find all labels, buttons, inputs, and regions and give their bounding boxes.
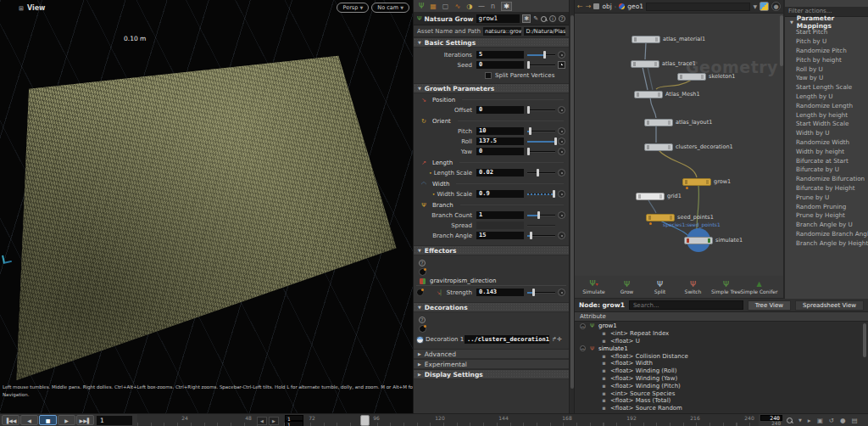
mapping-item[interactable]: Bifurcate at Start xyxy=(785,156,868,165)
graph-node[interactable]: seed_points1 xyxy=(646,213,714,221)
mapping-item[interactable]: Yaw by U xyxy=(785,73,868,82)
spreadsheet-view-button[interactable]: Spreadsheet View xyxy=(795,300,864,311)
iterations-input[interactable]: 5 xyxy=(476,51,524,59)
breadcrumb-root[interactable]: obj xyxy=(602,3,611,10)
section-experimental[interactable]: ▶Experimental xyxy=(414,359,569,369)
audio-icon[interactable]: ▤ xyxy=(852,416,858,425)
shelf-tool-button[interactable]: Simulate xyxy=(578,279,609,294)
timeline-ruler[interactable]: 24 48 72 96 120 144 168 192 216 240 xyxy=(137,414,759,426)
roll-dial[interactable] xyxy=(558,137,565,145)
node-name-input[interactable]: grow1 xyxy=(476,14,520,23)
add-effector-icon[interactable] xyxy=(419,268,426,276)
attribute-row[interactable]: simulate1 xyxy=(575,345,868,352)
seed-slider[interactable] xyxy=(527,61,555,69)
realtime-icon[interactable]: ● xyxy=(840,416,846,425)
play-button[interactable]: ▶ xyxy=(58,415,75,425)
parameter-mappings-header[interactable]: ▼ Parameter Mappings xyxy=(785,17,868,28)
help-icon[interactable]: ? xyxy=(419,260,426,266)
snapshot-icon[interactable] xyxy=(760,2,769,11)
zoom-timeline-icon[interactable] xyxy=(787,418,793,423)
strength-dial[interactable] xyxy=(558,289,565,296)
yaw-dial[interactable] xyxy=(558,148,565,155)
asset-path-dropdown[interactable]: D:/Natura/Plas...⇕ xyxy=(524,27,565,36)
step-icon[interactable]: ▸ xyxy=(808,416,811,425)
play-reverse-button[interactable]: ◀ xyxy=(20,415,38,425)
node-body[interactable] xyxy=(682,178,711,186)
attribute-row[interactable]: <int> Source Species xyxy=(575,390,868,397)
mapping-item[interactable]: Randomize Branch Angle xyxy=(785,229,868,238)
shelf-tool-button[interactable]: Simple Tree xyxy=(710,280,742,294)
chevron-down-icon[interactable]: ▼ xyxy=(798,416,802,425)
mapping-item[interactable]: Randomize Width xyxy=(785,137,868,147)
mapping-item[interactable]: Bifurcate by U xyxy=(785,165,868,174)
branch-angle-dial[interactable] xyxy=(558,232,565,239)
add-decoration-icon[interactable] xyxy=(419,325,426,333)
length-scale-slider[interactable] xyxy=(527,169,555,177)
width-scale-input[interactable]: 0.9 xyxy=(476,190,524,198)
mapping-item[interactable]: Pitch by U xyxy=(785,36,868,46)
graph-node[interactable]: atlas_material1 xyxy=(632,35,705,43)
iterations-dial[interactable] xyxy=(558,51,565,59)
strength-slider[interactable] xyxy=(527,289,555,296)
range-start-sub-input[interactable]: 1 xyxy=(285,421,303,426)
node-body[interactable] xyxy=(646,214,675,221)
mapping-item[interactable]: Random Pruning xyxy=(785,202,868,211)
section-decorations[interactable]: ▼Decorations xyxy=(414,302,569,312)
mapping-item[interactable]: Start Width Scale xyxy=(785,119,868,128)
branch-count-input[interactable]: 1 xyxy=(476,211,524,219)
section-advanced[interactable]: ▶Advanced xyxy=(414,349,569,359)
offset-input[interactable]: 0 xyxy=(476,106,524,114)
section-basic-settings[interactable]: ▼Basic Settings xyxy=(414,37,569,48)
gear-tab-icon[interactable]: ✱ xyxy=(501,2,512,11)
branch-count-dial[interactable] xyxy=(558,211,565,219)
mapping-item[interactable]: Prune by U xyxy=(785,193,868,202)
node-chooser-icon[interactable]: ✛ xyxy=(557,336,562,343)
iterations-slider[interactable] xyxy=(527,51,555,59)
attribute-row[interactable]: <float> Collision Distance xyxy=(575,352,868,360)
mapping-item[interactable]: Length by height xyxy=(785,110,868,120)
attribute-row[interactable]: <float> Winding (Roll) xyxy=(575,367,868,375)
section-effectors[interactable]: ▼Effectors xyxy=(414,245,569,255)
help-icon[interactable]: ? xyxy=(419,317,426,323)
offset-dial[interactable] xyxy=(558,106,565,114)
mapping-item[interactable]: Branch Angle by Height xyxy=(785,238,868,248)
pitch-dial[interactable] xyxy=(558,127,565,135)
effector-ball-icon[interactable] xyxy=(416,289,424,296)
graph-node[interactable]: grid1 xyxy=(636,192,682,200)
tree-view-button[interactable]: Tree View xyxy=(748,300,791,311)
gear-icon[interactable]: ✱ xyxy=(522,14,531,23)
strength-input[interactable]: 0.143 xyxy=(476,289,524,296)
mapping-item[interactable]: Roll by U xyxy=(785,64,868,74)
attribute-search-input[interactable] xyxy=(629,300,743,310)
spread-input[interactable] xyxy=(476,221,524,229)
offset-slider[interactable] xyxy=(527,106,555,114)
section-growth-parameters[interactable]: ▼Growth Parameters xyxy=(414,83,569,93)
mapping-item[interactable]: Start Length Scale xyxy=(785,82,868,92)
mapping-item[interactable]: Pitch by height xyxy=(785,55,868,64)
mapping-item[interactable]: Bifurcate by Height xyxy=(785,183,868,193)
mapping-item[interactable]: Length by U xyxy=(785,92,868,101)
node-body[interactable] xyxy=(636,193,665,200)
keyframe-icon[interactable]: • xyxy=(432,191,436,197)
stop-button[interactable]: ■ xyxy=(39,415,57,425)
persp-menu-button[interactable]: Persp ▼ xyxy=(337,3,369,13)
node-body[interactable] xyxy=(684,237,713,244)
shelf-tool-button[interactable]: Switch xyxy=(677,280,709,294)
chevron-down-icon[interactable]: ▼ xyxy=(753,3,757,9)
roll-input[interactable]: 137.5 xyxy=(476,137,524,145)
mapping-item[interactable]: Width by height xyxy=(785,147,868,156)
graph-node[interactable]: simulate1 xyxy=(684,236,743,244)
shelf-tool-button[interactable]: Split xyxy=(644,280,676,294)
branch-angle-slider[interactable] xyxy=(527,232,555,239)
shelf-tool-button[interactable]: Grow xyxy=(611,280,643,294)
node-type-icon[interactable]: n xyxy=(491,3,495,10)
mapping-item[interactable]: Randomize Pitch xyxy=(785,46,868,55)
palette-icon[interactable]: ▦ xyxy=(430,3,437,10)
mapping-item[interactable]: Prune by Height xyxy=(785,210,868,220)
roll-slider[interactable] xyxy=(527,137,555,145)
tree-icon[interactable]: Ψ xyxy=(419,3,424,10)
attribute-row[interactable]: <int> Repeat Index xyxy=(575,330,868,338)
graph-node[interactable]: clusters_decoration1 xyxy=(644,143,733,151)
camera-select-button[interactable]: No cam ▼ xyxy=(371,3,409,13)
curve-icon[interactable]: ∿ xyxy=(454,3,460,10)
